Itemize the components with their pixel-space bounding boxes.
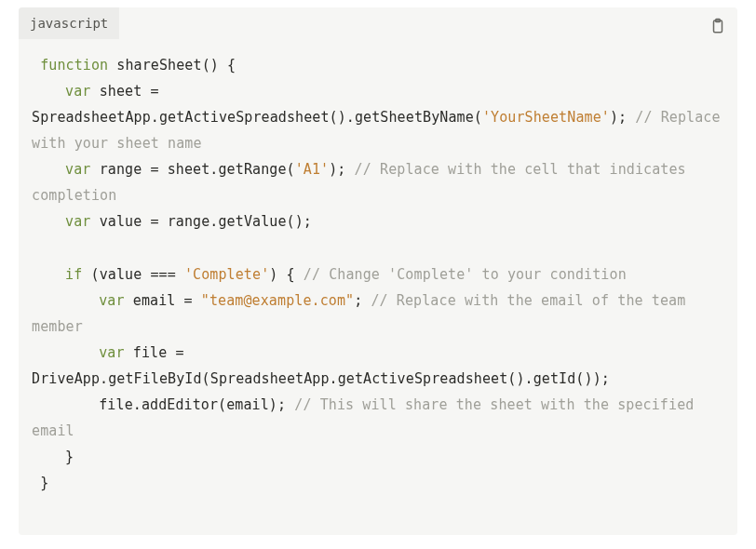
copy-button[interactable] xyxy=(709,17,726,35)
keyword-var: var xyxy=(99,292,124,309)
function-name: shareSheet xyxy=(116,57,201,74)
keyword-var: var xyxy=(99,344,124,361)
text: email = xyxy=(133,292,201,309)
text: value = range.getValue(); xyxy=(100,213,312,230)
text: file.addEditor(email); xyxy=(99,396,294,413)
text: () { xyxy=(202,57,236,74)
text: DriveApp.getFileById(SpreadsheetApp.getA… xyxy=(32,370,610,387)
code-block: javascript function shareSheet() { var s… xyxy=(19,7,737,535)
text: file = xyxy=(133,344,193,361)
keyword-function: function xyxy=(40,57,108,74)
string-literal: 'YourSheetName' xyxy=(482,109,610,126)
keyword-var: var xyxy=(65,83,90,100)
string-literal: 'A1' xyxy=(295,161,330,178)
code-content: function shareSheet() { var sheet = Spre… xyxy=(19,39,737,535)
text: ); xyxy=(329,161,354,178)
text: ); xyxy=(610,109,635,126)
text: } xyxy=(65,449,74,465)
clipboard-icon xyxy=(709,17,726,35)
text: ; xyxy=(354,292,371,309)
text: SpreadsheetApp.getActiveSpreadsheet().ge… xyxy=(32,109,482,126)
text: } xyxy=(40,475,48,491)
text: range = sheet.getRange( xyxy=(100,161,295,178)
string-literal: "team@example.com" xyxy=(201,292,354,309)
text: ) { xyxy=(269,266,304,283)
language-label: javascript xyxy=(19,7,119,39)
keyword-if: if xyxy=(65,266,82,283)
text: sheet = xyxy=(100,83,159,100)
keyword-var: var xyxy=(65,161,90,178)
string-literal: 'Complete' xyxy=(184,266,269,283)
comment: // Change 'Complete' to your condition xyxy=(304,266,627,283)
keyword-var: var xyxy=(65,213,90,230)
text: (value === xyxy=(82,266,184,283)
